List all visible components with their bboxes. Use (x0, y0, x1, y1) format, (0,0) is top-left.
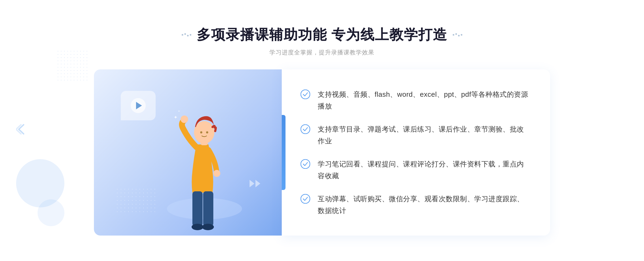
svg-point-16 (301, 194, 310, 203)
svg-point-6 (202, 224, 214, 230)
feature-text-1: 支持视频、音频、flash、word、excel、ppt、pdf等各种格式的资源… (318, 88, 529, 112)
content-wrapper: ✦ ✦ 支持视频、音频、flash、word、excel、ppt、pdf等各种格… (94, 69, 550, 236)
play-triangle (136, 102, 142, 109)
svg-point-10 (206, 131, 208, 133)
title-decorator-left (182, 33, 191, 36)
decorative-circle-2 (38, 199, 64, 226)
main-title-text: 多项录播课辅助功能 专为线上教学打造 (197, 25, 447, 44)
feature-item-3: 学习笔记回看、课程提问、课程评论打分、课件资料下载，重点内容收藏 (301, 155, 529, 185)
svg-point-8 (194, 121, 214, 144)
person-illustration: ✦ ✦ (159, 85, 255, 236)
illustration-dots (115, 187, 158, 214)
svg-rect-4 (203, 191, 213, 226)
blue-bar-decoration (282, 115, 286, 190)
check-icon-4 (301, 194, 310, 204)
feature-text-4: 互动弹幕、试听购买、微信分享、观看次数限制、学习进度跟踪、数据统计 (318, 193, 529, 217)
left-arrow-decoration (16, 123, 27, 139)
ill-arrow-2 (255, 180, 260, 187)
svg-point-5 (192, 224, 203, 230)
features-panel: 支持视频、音频、flash、word、excel、ppt、pdf等各种格式的资源… (282, 69, 550, 236)
feature-text-3: 学习笔记回看、课程提问、课程评论打分、课件资料下载，重点内容收藏 (318, 158, 529, 182)
svg-point-2 (213, 170, 220, 177)
illustration-area: ✦ ✦ (94, 69, 282, 236)
check-icon-1 (301, 90, 310, 99)
check-icon-2 (301, 124, 310, 134)
feature-item-1: 支持视频、音频、flash、word、excel、ppt、pdf等各种格式的资源… (301, 85, 529, 115)
check-icon-3 (301, 159, 310, 169)
feature-text-2: 支持章节目录、弹题考试、课后练习、课后作业、章节测验、批改作业 (318, 123, 529, 147)
svg-text:✦: ✦ (178, 109, 180, 113)
subtitle-text: 学习进度全掌握，提升录播课教学效果 (182, 49, 462, 57)
main-title-container: 多项录播课辅助功能 专为线上教学打造 (182, 25, 462, 44)
feature-item-2: 支持章节目录、弹题考试、课后练习、课后作业、章节测验、批改作业 (301, 120, 529, 150)
play-bubble (121, 91, 156, 120)
title-decorator-right (453, 33, 462, 36)
header-section: 多项录播课辅助功能 专为线上教学打造 学习进度全掌握，提升录播课教学效果 (182, 25, 462, 57)
svg-text:✦: ✦ (174, 115, 178, 120)
feature-item-4: 互动弹幕、试听购买、微信分享、观看次数限制、学习进度跟踪、数据统计 (301, 190, 529, 220)
svg-point-13 (301, 90, 310, 99)
svg-rect-3 (192, 191, 203, 226)
svg-point-1 (181, 115, 188, 123)
svg-point-9 (200, 131, 202, 133)
decorative-circle-1 (16, 159, 64, 207)
svg-point-15 (301, 159, 310, 169)
play-icon (131, 98, 146, 113)
svg-point-14 (301, 125, 310, 134)
features-panel-wrapper: 支持视频、音频、flash、word、excel、ppt、pdf等各种格式的资源… (282, 69, 550, 236)
dots-decoration-top-left (56, 50, 89, 82)
